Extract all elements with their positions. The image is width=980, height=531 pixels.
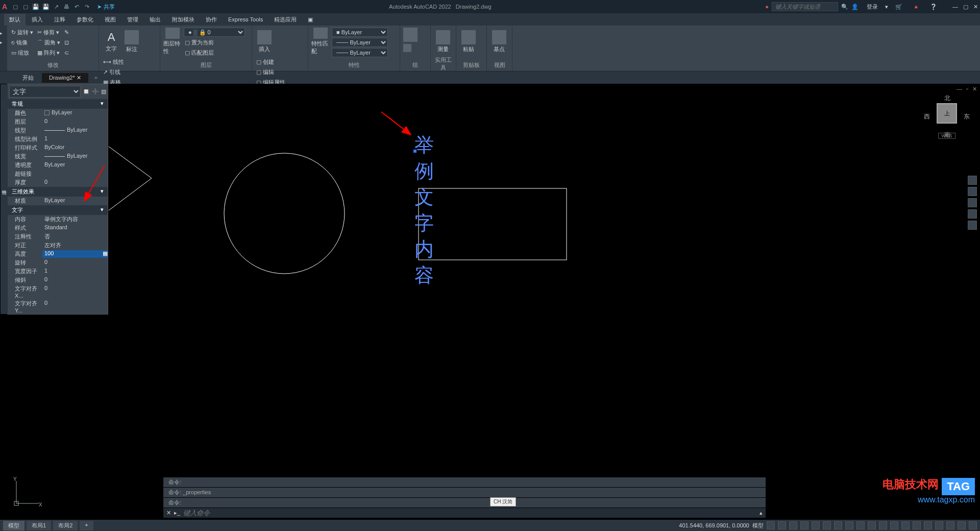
autodesk-icon[interactable]: 🔺 xyxy=(913,4,920,10)
prop-style[interactable]: 样式Standard xyxy=(8,224,108,232)
prop-aligny[interactable]: 文字对齐 Y...0 xyxy=(8,299,108,314)
nav-wheel-icon[interactable] xyxy=(968,176,977,185)
color-selector[interactable]: ■ ByLayer xyxy=(332,28,388,37)
hardware-icon[interactable] xyxy=(935,521,943,529)
tab-addins[interactable]: 附加模块 xyxy=(167,14,200,26)
search-icon[interactable]: 🔍 xyxy=(841,4,848,10)
layer-props-button[interactable]: 图层特性 xyxy=(163,28,182,55)
exchange-icon[interactable]: 🛒 xyxy=(895,4,902,10)
redo-icon[interactable]: ↷ xyxy=(83,3,91,11)
undo-icon[interactable]: ↶ xyxy=(72,3,81,11)
prop-oblique[interactable]: 倾斜0 xyxy=(8,276,108,284)
group-icon2[interactable] xyxy=(403,44,411,52)
tab-featured[interactable]: 精选应用 xyxy=(269,14,302,26)
tab-insert[interactable]: 插入 xyxy=(27,14,48,26)
section-general[interactable]: 常规▾ xyxy=(8,99,108,109)
viewcube-north[interactable]: 北 xyxy=(944,94,950,103)
prop-thickness[interactable]: 厚度0 xyxy=(8,178,108,187)
search-box[interactable]: ● 🔍 xyxy=(765,2,848,11)
transparency-icon[interactable] xyxy=(856,521,865,529)
layer-selector[interactable]: ● ░ 🔒 0 xyxy=(184,28,245,37)
prop-rotation[interactable]: 旋转0 xyxy=(8,258,108,267)
mirror-button[interactable]: ⎋ 镜像 xyxy=(10,38,34,47)
basepoint-button[interactable]: 基点 xyxy=(490,28,508,55)
setcurrent-button[interactable]: ▢ 置为当前 xyxy=(184,38,249,47)
prop-color[interactable]: 颜色ByLayer xyxy=(8,109,108,117)
status-model[interactable]: 模型 xyxy=(752,522,764,529)
palette-grip[interactable]: 特性 xyxy=(1,84,8,314)
cleanscreen-icon[interactable] xyxy=(958,521,966,529)
tab-express[interactable]: Express Tools xyxy=(223,14,268,25)
section-text[interactable]: 文字▾ xyxy=(8,205,108,215)
otrack-icon[interactable] xyxy=(834,521,842,529)
viewcube-west[interactable]: 西 xyxy=(924,112,930,121)
workspace-icon[interactable] xyxy=(890,521,898,529)
annomonitor-icon[interactable] xyxy=(901,521,910,529)
status-tab-layout2[interactable]: 布局2 xyxy=(53,521,78,530)
maximize-button[interactable]: ▢ xyxy=(963,4,968,10)
doc-maximize[interactable]: ▫ xyxy=(966,86,968,92)
tab-drawing[interactable]: Drawing2* ✕ xyxy=(42,73,88,83)
rotate-button[interactable]: ↻ 旋转 ▾ xyxy=(10,28,34,37)
minimize-button[interactable]: — xyxy=(952,4,958,10)
isolate-icon[interactable] xyxy=(946,521,954,529)
mod-icon3[interactable]: ⊂ xyxy=(63,48,70,57)
prop-hyperlink[interactable]: 超链接 xyxy=(8,170,108,178)
status-tab-model[interactable]: 模型 xyxy=(3,521,24,530)
tab-toggle[interactable]: ▣ xyxy=(303,14,318,25)
close-button[interactable]: ✕ xyxy=(973,4,978,10)
viewcube-east[interactable]: 东 xyxy=(964,112,970,121)
nav-orbit-icon[interactable] xyxy=(968,209,977,219)
dimension-button[interactable]: 标注 xyxy=(122,28,141,55)
prop-alignx[interactable]: 文字对齐 X...0 xyxy=(8,284,108,299)
viewcube-top[interactable]: 上 xyxy=(937,103,957,124)
scale-button[interactable]: ▭ 缩放 xyxy=(10,48,34,57)
annoscale-icon[interactable] xyxy=(879,521,887,529)
text-button[interactable]: A文字 xyxy=(102,28,120,55)
prop-content[interactable]: 内容举例文字内容 xyxy=(8,215,108,224)
cmd-input-row[interactable]: ✕ ▸_ ▴ xyxy=(163,508,766,518)
snap-icon[interactable] xyxy=(778,521,786,529)
section-3d[interactable]: 三维效果▾ xyxy=(8,187,108,197)
viewcube[interactable]: 北 西 东 南 上 WCS xyxy=(924,94,970,150)
tab-manage[interactable]: 管理 xyxy=(122,14,143,26)
tab-start[interactable]: 开始 xyxy=(15,73,41,83)
polar-icon[interactable] xyxy=(800,521,808,529)
mod-icon1[interactable]: ✎ xyxy=(63,28,70,37)
selection-type-selector[interactable]: 文字 xyxy=(9,86,81,98)
help-icon[interactable]: ❔ xyxy=(930,4,937,10)
trim-button[interactable]: ✂ 修剪 ▾ xyxy=(36,28,61,37)
linear-button[interactable]: ⟷ 线性 xyxy=(102,57,125,66)
matchlayer-button[interactable]: ▢ 匹配图层 xyxy=(184,48,249,57)
customize-icon[interactable] xyxy=(969,521,977,529)
array-button[interactable]: ▦ 阵列 ▾ xyxy=(36,48,61,57)
grid-icon[interactable] xyxy=(767,521,775,529)
save-icon[interactable]: 💾 xyxy=(32,3,40,11)
new-icon[interactable]: ▢ xyxy=(11,3,19,11)
isodraft-icon[interactable] xyxy=(812,521,820,529)
ortho-icon[interactable] xyxy=(789,521,797,529)
select-objects-icon[interactable]: ➕ xyxy=(92,88,99,95)
search-input[interactable] xyxy=(772,2,838,11)
viewcube-south[interactable]: 南 xyxy=(944,131,950,139)
fillet-button[interactable]: ⌒ 圆角 ▾ xyxy=(36,38,61,47)
ltype-selector[interactable]: ─── ByLayer xyxy=(332,48,388,57)
status-tab-layout1[interactable]: 布局1 xyxy=(27,521,51,530)
new-tab-button[interactable]: + xyxy=(89,73,103,82)
osnap-icon[interactable] xyxy=(823,521,831,529)
pickadd-icon[interactable]: ▧ xyxy=(101,88,106,95)
prop-plotstyle[interactable]: 打印样式ByColor xyxy=(8,143,108,152)
group-icon[interactable] xyxy=(403,28,418,42)
leader-button[interactable]: ↗ 引线 xyxy=(102,67,125,77)
cmd-menu-icon[interactable]: ▴ xyxy=(760,510,763,516)
prop-material[interactable]: 材质ByLayer xyxy=(8,197,108,205)
prop-linetype[interactable]: 线型ByLayer xyxy=(8,126,108,135)
mod-icon2[interactable]: ⊡ xyxy=(63,38,70,47)
tab-annotate[interactable]: 注释 xyxy=(49,14,70,26)
nav-zoom-icon[interactable] xyxy=(968,198,977,207)
prop-widthfactor[interactable]: 宽度因子1 xyxy=(8,267,108,276)
quickprops-icon[interactable] xyxy=(924,521,932,529)
cmd-input[interactable] xyxy=(183,509,756,517)
cycling-icon[interactable] xyxy=(868,521,876,529)
prop-layer[interactable]: 图层0 xyxy=(8,117,108,126)
